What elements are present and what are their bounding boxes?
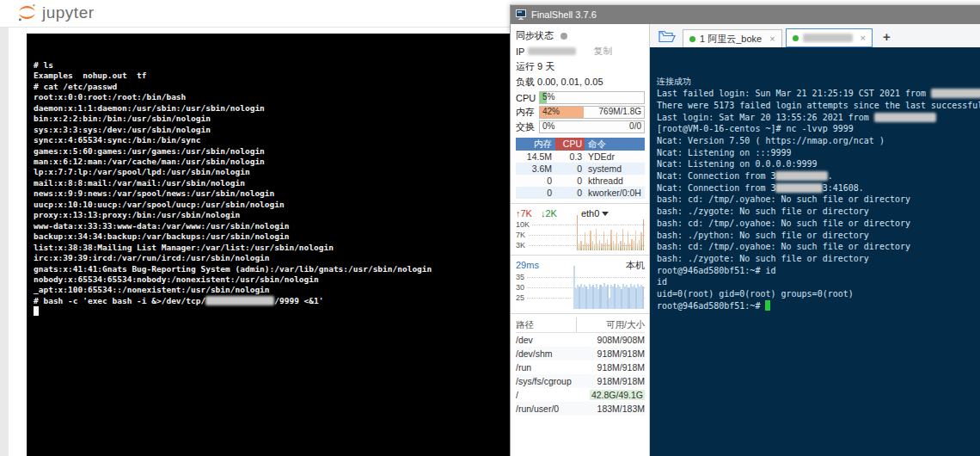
graph-bar (610, 230, 611, 250)
disk-header-size[interactable]: 可用/大小 (576, 317, 645, 332)
disk-row[interactable]: /dev908M/908M (516, 333, 645, 347)
process-table: 内存 CPU 命令 14.5M0.3YDEdr3.6M0systemd00kth… (516, 138, 645, 199)
sidebar-divider (511, 313, 649, 314)
terminal-line: root@946ad580bf51:~# (657, 300, 980, 312)
process-table-rows: 14.5M0.3YDEdr3.6M0systemd00kthreadd00kwo… (516, 151, 645, 199)
graph-bar (577, 215, 578, 250)
disk-path: /dev (516, 333, 576, 347)
disk-row[interactable]: /run918M/918M (516, 360, 645, 374)
connection-manager-button[interactable] (655, 28, 679, 46)
chevron-down-icon (602, 212, 609, 216)
cpu-meter: 5% (539, 91, 645, 104)
disk-row[interactable]: /dev/shm918M/918M (516, 347, 645, 360)
disk-row[interactable]: /42.8G/49.1G (516, 388, 645, 402)
terminal-line: bin:x:2:2:bin:/bin:/usr/sbin/nologin (34, 114, 503, 124)
disk-table: 路径 可用/大小 /dev908M/908M/dev/shm918M/918M/… (516, 317, 645, 416)
process-header-command[interactable]: 命令 (585, 138, 645, 151)
ping-ytick: 25 (516, 293, 527, 302)
process-cell: 0 (555, 175, 585, 187)
finalshell-terminal[interactable]: 连接成功Last failed login: Sun Mar 21 21:25:… (650, 47, 980, 456)
terminal-line: Ncat: Version 7.50 ( https://nmap.org/nc… (657, 135, 980, 147)
graph-bar (599, 240, 600, 250)
disk-row[interactable]: /run/user/0183M/183M (516, 402, 645, 416)
tab-bar: 1 阿里云_boke × × + (650, 24, 980, 47)
disk-size: 918M/918M (576, 360, 645, 374)
terminal-line: games:x:5:60:games:/usr/games:/usr/sbin/… (34, 146, 503, 157)
graph-bar (596, 229, 597, 250)
sync-status-label: 同步状态 (516, 29, 554, 42)
folder-icon (658, 30, 676, 43)
load-row: 负载 0.00, 0.01, 0.05 (516, 76, 645, 89)
process-cell: kworker/0:0H (585, 187, 645, 199)
tab-close-icon[interactable]: × (861, 33, 866, 43)
copy-ip-button[interactable]: 复制 (593, 45, 612, 58)
disk-header-path[interactable]: 路径 (516, 317, 576, 332)
process-row[interactable]: 3.6M0systemd (516, 163, 645, 175)
terminal-line (34, 306, 503, 317)
redacted-text: 00.000.000.000 (205, 296, 274, 305)
memory-meter-row: 内存 42% 769M/1.8G (516, 106, 645, 119)
graph-bar (637, 243, 638, 250)
jupyter-terminal[interactable]: # lsExamples nohup.out tf# cat /etc/pass… (27, 34, 510, 456)
process-row[interactable]: 00kthreadd (516, 175, 645, 187)
jupyter-logo-icon (17, 3, 37, 22)
graph-bar (594, 244, 595, 250)
network-ytick: 10K (516, 220, 532, 229)
terminal-line: # cat /etc/passwd (34, 82, 503, 92)
terminal-line: daemon:x:1:1:daemon:/usr/sbin:/usr/sbin/… (34, 103, 503, 114)
sync-status-row: 同步状态 (516, 29, 645, 42)
process-cell: 0 (555, 163, 585, 175)
terminal-line: bash: cd: /tmp/.oyahoe: No such file or … (657, 218, 980, 230)
graph-bar (643, 219, 644, 250)
disk-path: /dev/shm (516, 347, 576, 360)
graph-bar (580, 241, 581, 250)
tab-aliyun-boke[interactable]: 1 阿里云_boke × (683, 29, 782, 47)
tab-active-redacted[interactable]: × (786, 28, 873, 47)
terminal-line: Examples nohup.out tf (34, 71, 503, 81)
process-row[interactable]: 00kworker/0:0H (516, 187, 645, 199)
terminal-line: _apt:x:100:65534::/nonexistent:/usr/sbin… (34, 285, 503, 295)
terminal-line: bash: ./python: No such file or director… (657, 230, 980, 242)
graph-bar (605, 243, 606, 251)
process-cell: YDEdr (585, 151, 645, 163)
swap-meter-row: 交换 0% 0/0 (516, 120, 645, 133)
ping-ytick: 35 (516, 273, 527, 281)
finalshell-titlebar[interactable]: FinalShell 3.7.6 (511, 5, 980, 24)
terminal-line: # ls (34, 60, 503, 71)
disk-path: /sys/fs/cgroup (516, 374, 576, 388)
swap-detail: 0/0 (629, 121, 641, 132)
network-ytick: 3K (516, 241, 528, 250)
tab-close-icon[interactable]: × (769, 34, 775, 44)
new-tab-button[interactable]: + (883, 29, 891, 44)
network-down-value: 2K (545, 208, 556, 219)
network-up-value: 7K (521, 208, 532, 219)
terminal-cursor (34, 306, 39, 316)
terminal-line: uucp:x:10:10:uucp:/var/spool/uucp:/usr/s… (34, 200, 503, 210)
process-header-memory[interactable]: 内存 (516, 138, 555, 151)
graph-bar (620, 241, 621, 250)
graph-bar (631, 239, 632, 250)
process-cell: 0.3 (555, 151, 585, 163)
disk-row[interactable]: /sys/fs/cgroup918M/918M (516, 374, 645, 388)
redacted-text: 000.0.000.00 (874, 113, 936, 122)
finalshell-window: FinalShell 3.7.6 同步状态 IP 复制 运行 9 天 负载 0 (510, 4, 980, 456)
terminal-line: 连接成功 (657, 76, 980, 88)
terminal-line: Ncat: Listening on :::9999 (657, 147, 980, 159)
terminal-line: root:x:0:0:root:/root:/bin/bash (34, 92, 503, 102)
terminal-line: gnats:x:41:41:Gnats Bug-Reporting System… (34, 264, 503, 274)
graph-bar (579, 243, 579, 250)
ip-value-redacted (528, 47, 576, 55)
process-table-header: 内存 CPU 命令 (516, 138, 645, 151)
graph-bar (586, 243, 587, 251)
swap-label: 交换 (516, 120, 539, 133)
process-row[interactable]: 14.5M0.3YDEdr (516, 151, 645, 163)
terminal-line: irc:x:39:39:ircd:/var/run/ircd:/usr/sbin… (34, 253, 503, 263)
uptime-text: 运行 9 天 (516, 60, 554, 73)
jupyter-logo[interactable]: jupyter (17, 3, 95, 22)
cpu-percent: 5% (542, 92, 554, 102)
process-header-cpu[interactable]: CPU (555, 138, 585, 151)
terminal-line: mail:x:8:8:mail:/var/mail:/usr/sbin/nolo… (34, 178, 503, 188)
uptime-row: 运行 9 天 (516, 60, 645, 73)
tab-label: 1 阿里云_boke (700, 33, 762, 46)
terminal-line: There were 5173 failed login attempts si… (657, 100, 980, 112)
